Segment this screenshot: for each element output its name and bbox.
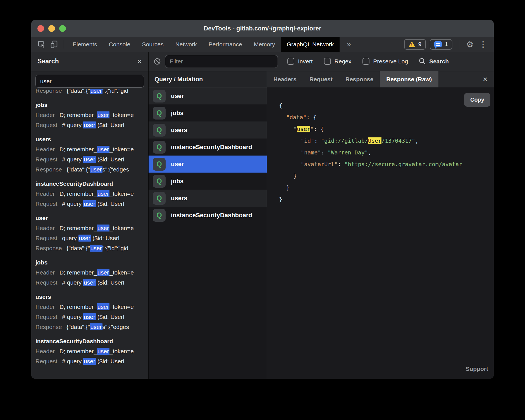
result-text: ":{"id":"gid [102, 245, 128, 251]
result-match-highlight: user [97, 146, 109, 153]
json-line: } [279, 182, 494, 194]
search-result-line[interactable]: Request# query user ($id: UserI [35, 278, 144, 288]
checkbox-preserve-log[interactable]: Preserve Log [362, 58, 408, 65]
settings-gear-icon[interactable]: ⚙ [466, 40, 474, 49]
json-token: "gid://gitlab/ [321, 137, 368, 144]
kebab-menu-icon[interactable]: ⋮ [478, 40, 489, 48]
query-list-item-user[interactable]: Quser [149, 87, 267, 104]
inspect-element-icon[interactable] [35, 37, 48, 52]
result-text: ($id: UserI [96, 156, 125, 163]
close-search-panel-icon[interactable]: × [137, 57, 142, 66]
toolbar-right: 9 1 ⚙ ⋮ [404, 39, 494, 50]
tab-performance[interactable]: Performance [203, 37, 248, 52]
zoom-window-button[interactable] [59, 25, 66, 32]
checkbox-invert[interactable]: Invert [287, 58, 313, 65]
query-list-item-user[interactable]: Quser [149, 156, 267, 173]
support-link[interactable]: Support [466, 363, 488, 375]
search-result-line[interactable]: HeaderD; remember_user_token=e [35, 189, 144, 199]
tab-graphql-network[interactable]: GraphQL Network [281, 37, 340, 52]
search-result-line[interactable]: Request# query user ($id: UserI [35, 199, 144, 209]
search-result-line[interactable]: Response{"data":{"users":{"edges [35, 164, 144, 175]
search-result-line[interactable]: Response{"data":{"user":{"id":"gid [35, 89, 144, 96]
result-text: _token=e [109, 304, 134, 310]
close-detail-icon[interactable]: × [483, 75, 494, 83]
result-line-label: Request [35, 156, 57, 163]
query-list-item-jobs[interactable]: Qjobs [149, 104, 267, 121]
json-token: } [286, 184, 290, 191]
checkbox-box[interactable] [324, 58, 331, 65]
search-result-group: userHeaderD; remember_user_token=eReques… [35, 213, 144, 253]
search-result-line[interactable]: HeaderD; remember_user_token=e [35, 110, 144, 120]
json-token: " [293, 126, 297, 132]
minimize-window-button[interactable] [48, 25, 55, 32]
search-result-group: usersHeaderD; remember_user_token=eReque… [35, 134, 144, 175]
search-result-line[interactable]: HeaderD; remember_user_token=e [35, 223, 144, 233]
json-line: { [279, 100, 494, 111]
checkbox-box[interactable] [362, 58, 369, 65]
close-window-button[interactable] [37, 25, 44, 32]
json-token: , [368, 149, 371, 156]
window-title: DevTools - gitlab.com/-/graphql-explorer [204, 25, 321, 32]
search-input[interactable] [35, 75, 144, 88]
detail-tab-response[interactable]: Response [339, 71, 380, 87]
result-text: ($id: UserI [91, 235, 120, 241]
result-line-label: Request [35, 358, 57, 364]
search-result-line[interactable]: HeaderD; remember_user_token=e [35, 302, 144, 312]
warnings-badge[interactable]: 9 [404, 39, 426, 50]
copy-button[interactable]: Copy [464, 93, 490, 107]
result-match-highlight: user [97, 269, 109, 276]
json-token: "id" [301, 137, 314, 144]
search-result-query-name: users [35, 134, 144, 144]
query-list-item-users[interactable]: Qusers [149, 121, 267, 139]
search-result-line[interactable]: Request# query user ($id: UserI [35, 312, 144, 322]
traffic-lights [37, 20, 66, 37]
tab-console[interactable]: Console [103, 37, 136, 52]
result-text: D; remember_ [59, 348, 97, 354]
result-line-label: Request [35, 122, 57, 128]
json-token: : { [314, 126, 324, 132]
tab-network[interactable]: Network [170, 37, 203, 52]
tab-sources[interactable]: Sources [136, 37, 170, 52]
query-list-item-jobs[interactable]: Qjobs [149, 173, 267, 190]
detail-tab-headers[interactable]: Headers [267, 71, 303, 87]
json-token: "name" [301, 149, 321, 156]
search-result-line[interactable]: Request# query user ($id: UserI [35, 356, 144, 366]
result-text: query [62, 235, 78, 241]
query-type-badge: Q [153, 158, 166, 171]
detail-tab-request[interactable]: Request [303, 71, 339, 87]
checkbox-box[interactable] [287, 58, 294, 65]
devtools-window: DevTools - gitlab.com/-/graphql-explorer… [31, 20, 494, 379]
search-result-line[interactable]: Response{"data":{"user":{"id":"gid [35, 243, 144, 253]
more-tabs-chevron-icon[interactable]: » [340, 37, 358, 52]
json-token: : [338, 161, 344, 168]
toolbar-divider-2 [459, 40, 459, 49]
checkbox-regex[interactable]: Regex [324, 58, 352, 65]
filter-search-control[interactable]: Search [419, 58, 449, 65]
detail-tabs-list: HeadersRequestResponseResponse (Raw) [267, 71, 438, 87]
result-text: _token=e [109, 225, 134, 231]
query-list-item-instancesecuritydashboard[interactable]: QinstanceSecurityDashboard [149, 139, 267, 156]
tab-memory[interactable]: Memory [248, 37, 281, 52]
search-icon [419, 58, 426, 65]
query-list-item-users[interactable]: Qusers [149, 190, 267, 207]
search-result-line[interactable]: HeaderD; remember_user_token=e [35, 144, 144, 154]
tab-elements[interactable]: Elements [67, 37, 103, 52]
result-match-highlight: user [90, 245, 102, 252]
result-match-highlight: user [97, 303, 109, 310]
message-count: 1 [445, 41, 448, 47]
search-result-line[interactable]: Request# query user ($id: UserI [35, 154, 144, 164]
filter-input[interactable] [165, 55, 278, 68]
detail-tab-response-raw[interactable]: Response (Raw) [380, 71, 438, 87]
search-result-line[interactable]: HeaderD; remember_user_token=e [35, 346, 144, 356]
search-result-line[interactable]: Request# query user ($id: UserI [35, 120, 144, 130]
result-text: D; remember_ [59, 269, 97, 276]
clear-icon[interactable] [153, 58, 161, 65]
query-list-item-instancesecuritydashboard[interactable]: QinstanceSecurityDashboard [149, 207, 267, 224]
search-result-line[interactable]: Response{"data":{"users":{"edges [35, 322, 144, 332]
device-toolbar-icon[interactable] [48, 37, 61, 52]
messages-badge[interactable]: 1 [430, 39, 452, 50]
result-text: {"data":{" [67, 89, 90, 94]
search-result-line[interactable]: HeaderD; remember_user_token=e [35, 268, 144, 278]
result-match-highlight: user [97, 225, 109, 232]
search-result-line[interactable]: Requestquery user ($id: UserI [35, 233, 144, 243]
